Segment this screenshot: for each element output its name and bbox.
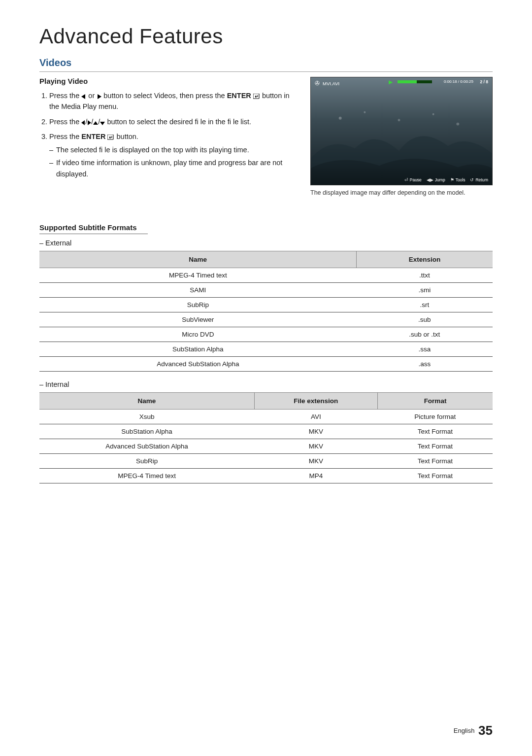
left-arrow-icon <box>81 92 86 100</box>
playing-steps-list: Press the or button to select Videos, th… <box>39 90 300 179</box>
step3-bullet-1: The selected fi le is displayed on the t… <box>56 144 300 155</box>
step1-text-b: or <box>88 92 97 100</box>
enter-key-icon: ⏎ <box>404 177 408 182</box>
svg-marker-4 <box>88 120 91 125</box>
return-key-icon: ↺ <box>470 177 474 182</box>
step2-text-b: button to select the desired fi le in th… <box>107 118 251 126</box>
bb-pause: Pause <box>410 177 422 182</box>
down-arrow-icon <box>100 118 105 126</box>
table-row: Advanced SubStation AlphaMKVText Format <box>39 439 493 454</box>
svg-rect-2 <box>253 94 259 99</box>
table-row: SubViewer.sub <box>39 312 493 327</box>
int-th-name: Name <box>39 393 254 410</box>
video-timecode: 0:00:18 / 0:00:25 <box>444 79 473 84</box>
svg-point-9 <box>339 117 342 120</box>
video-counter: 2 / 8 <box>480 79 488 84</box>
svg-marker-1 <box>98 94 101 99</box>
svg-point-13 <box>456 123 459 126</box>
svg-marker-6 <box>100 122 105 125</box>
int-th-fext: File extension <box>254 393 377 410</box>
enter-icon <box>253 92 260 100</box>
step-2: Press the /// button to select the desir… <box>49 116 300 127</box>
table-row: SubStation AlphaMKVText Format <box>39 424 493 439</box>
step-3: Press the ENTER button. The selected fi … <box>49 131 300 179</box>
table-row: SubRipMKVText Format <box>39 454 493 469</box>
table-row: XsubAVIPicture format <box>39 410 493 424</box>
right-arrow-icon <box>87 118 91 126</box>
leftright-icon: ◀▶ <box>427 177 433 182</box>
external-label: External <box>39 239 493 247</box>
section-title-videos: Videos <box>39 57 493 72</box>
step3-text-b: button. <box>117 133 138 140</box>
external-subtitle-table: Name Extension MPEG-4 Timed text.ttxt SA… <box>39 251 493 372</box>
table-row: Advanced SubStation Alpha.ass <box>39 357 493 372</box>
left-arrow-icon <box>81 118 85 126</box>
table-row: SAMI.smi <box>39 283 493 298</box>
bb-tools: Tools <box>456 177 466 182</box>
enter-icon <box>107 133 114 140</box>
video-progress-bar <box>398 80 432 83</box>
step3-enter-label: ENTER <box>81 133 105 140</box>
video-filename: MVI.AVI <box>323 81 339 86</box>
video-bottom-bar: ⏎Pause ◀▶Jump ⚑Tools ↺Return <box>404 177 488 182</box>
svg-marker-3 <box>81 120 85 125</box>
video-scenery-art <box>311 90 492 185</box>
footer-page-number: 35 <box>478 723 493 738</box>
step1-text-c: button to select Videos, then press the <box>103 92 227 100</box>
film-reel-icon: ✇ <box>315 80 320 87</box>
tools-key-icon: ⚑ <box>450 177 454 182</box>
int-th-fmt: Format <box>378 393 493 410</box>
right-arrow-icon <box>97 92 101 100</box>
playing-video-heading: Playing Video <box>39 77 300 85</box>
bb-jump: Jump <box>435 177 445 182</box>
page-header-title: Advanced Features <box>39 25 493 48</box>
step1-enter-label: ENTER <box>227 92 251 100</box>
table-row: SubRip.srt <box>39 298 493 312</box>
svg-marker-0 <box>81 94 85 99</box>
ext-th-ext: Extension <box>357 251 493 268</box>
svg-point-11 <box>398 119 400 121</box>
table-row: MPEG-4 Timed text.ttxt <box>39 268 493 283</box>
step3-text-a: Press the <box>49 133 81 140</box>
step2-text-a: Press the <box>49 118 81 126</box>
internal-label: Internal <box>39 380 493 388</box>
table-row: SubStation Alpha.ssa <box>39 342 493 357</box>
video-caption-note: The displayed image may differ depending… <box>310 189 493 196</box>
table-row: MPEG-4 Timed textMP4Text Format <box>39 469 493 483</box>
step1-text-a: Press the <box>49 92 81 100</box>
svg-marker-5 <box>93 121 98 125</box>
bb-return: Return <box>475 177 488 182</box>
up-arrow-icon <box>93 118 98 126</box>
table-row: Micro DVD.sub or .txt <box>39 327 493 342</box>
svg-point-12 <box>432 113 434 115</box>
ext-th-name: Name <box>39 251 357 268</box>
play-indicator-icon: ▶ <box>389 79 393 85</box>
svg-point-10 <box>364 111 366 113</box>
step-1: Press the or button to select Videos, th… <box>49 90 300 112</box>
internal-subtitle-table: Name File extension Format XsubAVIPictur… <box>39 392 493 483</box>
svg-rect-7 <box>107 135 113 139</box>
supported-subtitle-heading: Supported Subtitle Formats <box>39 223 148 234</box>
footer-language: English <box>454 727 475 734</box>
page-footer: English 35 <box>454 723 493 738</box>
video-preview-frame: ✇ MVI.AVI ▶ 0:00:18 / 0:00:25 2 / 8 ⏎Pau… <box>310 77 493 185</box>
step3-bullet-2: If video time information is unknown, pl… <box>56 157 300 179</box>
